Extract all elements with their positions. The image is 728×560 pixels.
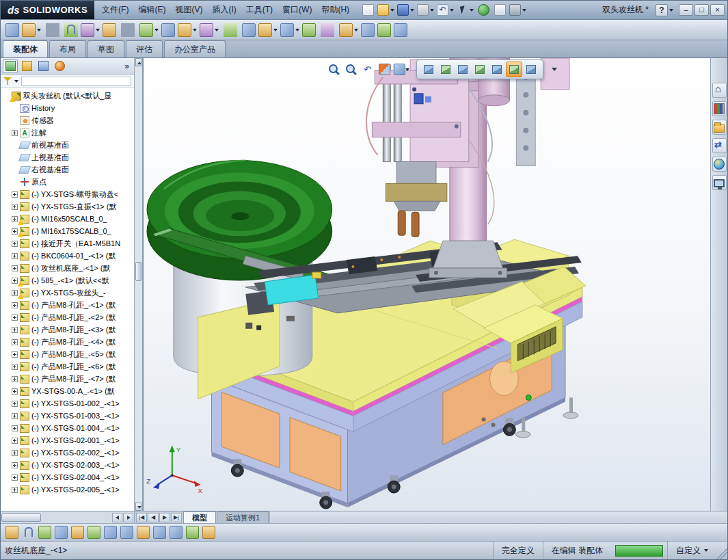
view-tool-button[interactable] bbox=[342, 62, 358, 77]
toolbar-button[interactable] bbox=[491, 2, 508, 18]
toolbar-button[interactable] bbox=[184, 524, 200, 541]
view-tool-button[interactable] bbox=[394, 62, 409, 77]
toolbar-button[interactable] bbox=[392, 22, 409, 38]
filter-caret-icon[interactable] bbox=[14, 80, 18, 83]
tree-item[interactable]: 右视基准面 bbox=[1, 163, 134, 176]
toolbar-button[interactable] bbox=[376, 2, 396, 18]
view-tool-button[interactable] bbox=[325, 62, 341, 77]
toolbar-button[interactable] bbox=[279, 22, 301, 38]
tree-item[interactable]: (-) YX-STGS-02-003_-<1> bbox=[1, 459, 134, 471]
toolbar-button[interactable] bbox=[85, 524, 102, 541]
toolbar-button[interactable] bbox=[475, 2, 491, 18]
toolbar-button[interactable] bbox=[79, 22, 101, 38]
expand-toggle[interactable] bbox=[12, 339, 18, 345]
expand-toggle[interactable] bbox=[12, 228, 18, 235]
toolbar-button[interactable] bbox=[200, 524, 217, 541]
study-nav-button[interactable]: |◀ bbox=[136, 513, 147, 522]
expand-toggle[interactable] bbox=[12, 278, 18, 284]
panel-tab[interactable] bbox=[3, 59, 18, 73]
tree-item[interactable]: (-) 接近开关（EA1-M5B1N bbox=[1, 237, 134, 250]
toolbar-button[interactable] bbox=[36, 524, 53, 541]
restore-button[interactable]: □ bbox=[695, 4, 709, 16]
study-nav-button[interactable]: ▶ bbox=[159, 513, 170, 522]
close-button[interactable]: × bbox=[710, 4, 725, 16]
tree-item[interactable]: (-) 585_-<1> (默认<<默 bbox=[1, 274, 134, 286]
toolbar-button[interactable] bbox=[4, 22, 21, 38]
view-setting-button[interactable] bbox=[437, 62, 454, 77]
tree-item[interactable]: (-) YX-STGS-02-005_-<1> bbox=[1, 483, 134, 496]
tree-item[interactable]: History bbox=[1, 102, 134, 114]
toolbar-button[interactable] bbox=[42, 22, 63, 38]
tree-item[interactable]: (-) 产品M8-孔距_-<4> (默 bbox=[1, 336, 134, 348]
toolbar-button[interactable] bbox=[220, 22, 241, 38]
tree-item[interactable]: YX-STGS-00-A_-<1> (默 bbox=[1, 385, 134, 397]
help-button[interactable]: ? bbox=[656, 4, 668, 16]
view-setting-button[interactable] bbox=[472, 62, 488, 77]
study-nav-button[interactable]: ◀ bbox=[148, 513, 159, 522]
scroll-down-button[interactable] bbox=[135, 503, 141, 511]
toolbar-button[interactable] bbox=[167, 524, 184, 541]
filter-input[interactable] bbox=[21, 77, 131, 86]
toolbar-button[interactable] bbox=[301, 22, 317, 38]
tree-item[interactable]: (-) 产品M8-孔距_-<3> (默 bbox=[1, 323, 134, 336]
task-pane-tab[interactable] bbox=[712, 175, 727, 190]
tree-item[interactable]: (-) YX-STGS-螺母振动盘< bbox=[1, 188, 134, 200]
expand-toggle[interactable] bbox=[12, 241, 18, 247]
toolbar-button[interactable] bbox=[241, 22, 257, 38]
dropdown-caret-icon[interactable] bbox=[522, 9, 526, 12]
tree-item[interactable]: (-) 产品M8-孔距_-<2> (默 bbox=[1, 311, 134, 323]
view-setting-button[interactable] bbox=[420, 62, 437, 77]
toolbar-button[interactable] bbox=[176, 22, 198, 38]
toolbar-button[interactable] bbox=[455, 2, 475, 18]
toolbar-button[interactable] bbox=[435, 2, 455, 18]
toolbar-button[interactable] bbox=[160, 22, 176, 38]
expand-toggle[interactable] bbox=[12, 487, 18, 493]
task-pane-tab[interactable] bbox=[712, 101, 727, 116]
command-tab[interactable]: 装配体 bbox=[3, 40, 48, 57]
dropdown-caret-icon[interactable] bbox=[390, 9, 394, 12]
view-tool-button[interactable] bbox=[360, 62, 375, 77]
expand-toggle[interactable] bbox=[12, 376, 18, 382]
scroll-left-button[interactable] bbox=[112, 513, 122, 522]
tree-item[interactable]: 双头攻丝机 (默认<默认_显 bbox=[1, 90, 134, 102]
view-setting-button[interactable] bbox=[489, 62, 505, 77]
panel-tab[interactable] bbox=[36, 59, 51, 73]
expand-toggle[interactable] bbox=[12, 216, 18, 222]
menu-item[interactable]: 帮助(H) bbox=[316, 3, 354, 17]
expand-toggle[interactable] bbox=[12, 438, 18, 444]
tree-item[interactable]: (-) YX-STGS-01-004_-<1> bbox=[1, 422, 134, 434]
task-pane-tab[interactable] bbox=[712, 157, 727, 172]
menu-item[interactable]: 视图(V) bbox=[170, 3, 207, 17]
tree-item[interactable]: (-) 产品M8-孔距_-<1> (默 bbox=[1, 299, 134, 311]
toolbar-button[interactable] bbox=[3, 524, 20, 541]
toolbar-button[interactable] bbox=[69, 524, 85, 541]
tree-item[interactable]: (-) BKC0604-01_-<1> (默 bbox=[1, 250, 134, 262]
expand-toggle[interactable] bbox=[12, 425, 18, 431]
toolbar-button[interactable] bbox=[508, 2, 528, 18]
tree-item[interactable]: 传感器 bbox=[1, 114, 134, 126]
minimize-button[interactable]: – bbox=[679, 4, 693, 16]
toolbar-button[interactable] bbox=[118, 22, 138, 38]
expand-toggle[interactable] bbox=[12, 351, 18, 358]
tree-item[interactable]: (-) YX-STGS-02-002_-<1> bbox=[1, 446, 134, 459]
toolbar-button[interactable] bbox=[118, 524, 135, 541]
tree-item[interactable]: (-) YX-STGS-02-001_-<1> bbox=[1, 434, 134, 446]
dropdown-caret-icon[interactable] bbox=[470, 9, 474, 12]
command-tab[interactable]: 评估 bbox=[126, 40, 163, 57]
expand-toggle[interactable] bbox=[12, 290, 18, 296]
filter-funnel-icon[interactable] bbox=[3, 77, 12, 85]
status-custom[interactable]: 自定义 bbox=[667, 542, 716, 559]
panel-tab[interactable] bbox=[19, 59, 34, 73]
dropdown-caret-icon[interactable] bbox=[154, 29, 159, 31]
horizontal-scroll-track[interactable] bbox=[269, 511, 727, 523]
menu-item[interactable]: 窗口(W) bbox=[278, 3, 316, 17]
expand-toggle[interactable] bbox=[12, 462, 18, 468]
panel-tab[interactable] bbox=[52, 59, 67, 73]
scroll-right-button[interactable] bbox=[123, 513, 133, 522]
expand-toggle[interactable] bbox=[12, 327, 18, 333]
toolbar-button[interactable] bbox=[53, 524, 69, 541]
dropdown-caret-icon[interactable] bbox=[273, 29, 278, 31]
tree-item[interactable]: (-) 产品M8-孔距_-<7> (默 bbox=[1, 373, 134, 385]
3d-model-view[interactable]: Y X Z bbox=[144, 58, 710, 511]
task-pane-tab[interactable] bbox=[712, 120, 727, 135]
